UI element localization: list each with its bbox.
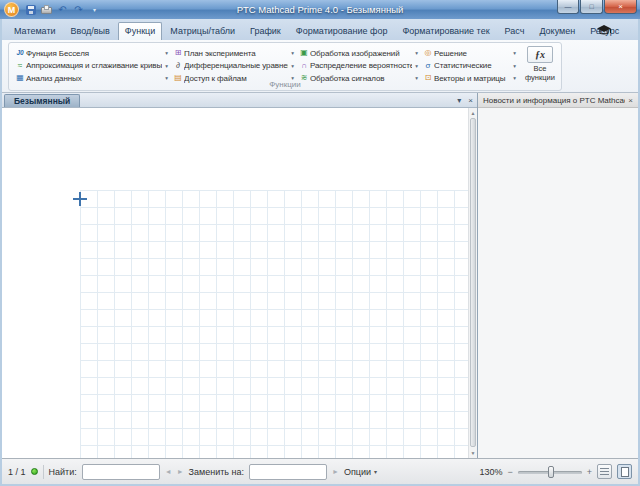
undo-button[interactable]: ↶ bbox=[56, 3, 69, 16]
find-label: Найти: bbox=[49, 467, 77, 477]
draft-view-button[interactable] bbox=[597, 464, 612, 479]
tab-functions[interactable]: Функци bbox=[118, 22, 162, 40]
minimize-button[interactable]: — bbox=[557, 0, 579, 14]
scrollbar-thumb[interactable] bbox=[470, 118, 476, 447]
mathcad-logo-icon[interactable]: M bbox=[4, 2, 19, 17]
chevron-down-icon: ▾ bbox=[165, 50, 168, 56]
ribbon-item-label: Статистические bbox=[434, 61, 510, 70]
chevron-down-icon: ▾ bbox=[291, 50, 294, 56]
curve-fitting-dropdown[interactable]: ≈ Аппроксимация и сглаживание кривых ▾ bbox=[14, 60, 168, 73]
zoom-out-button[interactable]: − bbox=[507, 467, 512, 477]
worksheet-canvas[interactable]: ▲ ▼ bbox=[2, 108, 477, 458]
ribbon-tab-row: Математи Ввод/выв Функци Матрицы/табли Г… bbox=[2, 19, 638, 40]
cursor-crosshair bbox=[73, 192, 87, 206]
scroll-up-icon[interactable]: ▲ bbox=[469, 108, 477, 118]
page-indicator: 1 / 1 bbox=[8, 467, 26, 477]
curve-fitting-icon: ≈ bbox=[14, 62, 26, 70]
save-icon bbox=[26, 5, 36, 15]
fx-icon: ƒx bbox=[527, 46, 553, 63]
chevron-down-icon: ▾ bbox=[513, 50, 516, 56]
probability-distribution-icon: ∩ bbox=[298, 62, 310, 70]
ribbon-column-1: J0 Функция Бесселя ▾ ≈ Аппроксимация и с… bbox=[14, 47, 168, 85]
ribbon-body: J0 Функция Бесселя ▾ ≈ Аппроксимация и с… bbox=[2, 40, 638, 93]
ribbon-column-2: ⊞ План эксперимента ▾ ∂ Дифференциальные… bbox=[172, 47, 294, 85]
replace-label: Заменить на: bbox=[189, 467, 244, 477]
close-button[interactable]: × bbox=[604, 0, 637, 14]
calculation-status-icon bbox=[31, 468, 38, 475]
find-next-icon[interactable]: ► bbox=[177, 468, 184, 475]
options-dropdown[interactable]: Опции ▾ bbox=[344, 467, 377, 477]
vertical-scrollbar[interactable]: ▲ ▼ bbox=[468, 108, 477, 458]
news-panel: Новости и информация о PTC Mathcad × bbox=[477, 93, 638, 458]
tab-document[interactable]: Докумен bbox=[532, 22, 582, 40]
image-processing-icon: ▣ bbox=[298, 49, 310, 57]
chevron-down-icon: ▾ bbox=[291, 63, 294, 69]
redo-button[interactable]: ↷ bbox=[72, 3, 85, 16]
design-of-experiments-icon: ⊞ bbox=[172, 49, 184, 57]
all-functions-button[interactable]: ƒx Все функции bbox=[519, 46, 561, 82]
tab-math-formatting[interactable]: Форматирование фор bbox=[289, 22, 395, 40]
zoom-slider-thumb[interactable] bbox=[548, 466, 554, 478]
news-panel-title: Новости и информация о PTC Mathcad bbox=[483, 96, 625, 105]
tab-matrices-tables[interactable]: Матрицы/табли bbox=[163, 22, 242, 40]
chevron-down-icon: ▾ bbox=[415, 50, 418, 56]
differential-equations-icon: ∂ bbox=[172, 62, 184, 70]
probability-distribution-dropdown[interactable]: ∩ Распределение вероятностей ▾ bbox=[298, 60, 418, 73]
ribbon-item-label: Аппроксимация и сглаживание кривых bbox=[26, 61, 162, 70]
app-window: M ↶ ↷ ▾ PTC Mathcad Prime 4.0 - Безымянн… bbox=[0, 0, 640, 486]
find-previous-icon[interactable]: ◄ bbox=[165, 468, 172, 475]
page-view-button[interactable] bbox=[617, 464, 632, 479]
options-label: Опции bbox=[344, 467, 371, 477]
solving-icon: ◎ bbox=[422, 49, 434, 57]
tab-calculation[interactable]: Расч bbox=[498, 22, 532, 40]
replace-next-icon[interactable]: ► bbox=[332, 468, 339, 475]
statistics-dropdown[interactable]: σ Статистические ▾ bbox=[422, 60, 516, 73]
document-tab-untitled[interactable]: Безымянный bbox=[4, 94, 80, 107]
design-of-experiments-dropdown[interactable]: ⊞ План эксперимента ▾ bbox=[172, 47, 294, 60]
page-view-icon bbox=[621, 467, 629, 477]
zoom-in-button[interactable]: + bbox=[587, 467, 592, 477]
chevron-down-icon: ▾ bbox=[415, 63, 418, 69]
print-icon bbox=[41, 7, 52, 14]
news-panel-body bbox=[478, 108, 638, 458]
maximize-button[interactable]: □ bbox=[580, 0, 603, 14]
quick-access-toolbar: ↶ ↷ ▾ bbox=[24, 3, 101, 16]
save-button[interactable] bbox=[24, 3, 37, 16]
tab-plots[interactable]: График bbox=[243, 22, 288, 40]
solving-dropdown[interactable]: ◎ Решение ▾ bbox=[422, 47, 516, 60]
functions-group-label: Функции bbox=[9, 80, 561, 89]
image-processing-dropdown[interactable]: ▣ Обработка изображений ▾ bbox=[298, 47, 418, 60]
titlebar: M ↶ ↷ ▾ PTC Mathcad Prime 4.0 - Безымянн… bbox=[0, 0, 640, 19]
ribbon-item-label: Решение bbox=[434, 49, 510, 58]
bessel-function-icon: J0 bbox=[14, 50, 26, 57]
statistics-icon: σ bbox=[422, 62, 434, 70]
chevron-down-icon: ▾ bbox=[374, 468, 377, 475]
zoom-slider[interactable] bbox=[518, 466, 582, 478]
worksheet-grid[interactable] bbox=[80, 190, 468, 458]
draft-view-icon bbox=[600, 468, 609, 476]
tab-text-formatting[interactable]: Форматирование тек bbox=[395, 22, 496, 40]
window-controls: — □ × bbox=[556, 0, 637, 14]
functions-group: J0 Функция Бесселя ▾ ≈ Аппроксимация и с… bbox=[8, 42, 562, 91]
zoom-level: 130% bbox=[479, 467, 502, 477]
graduation-cap-icon[interactable] bbox=[596, 24, 612, 36]
status-bar: 1 / 1 Найти: ◄ ► Заменить на: ► Опции ▾ … bbox=[2, 458, 638, 484]
tab-input-output[interactable]: Ввод/выв bbox=[64, 22, 117, 40]
differential-equations-dropdown[interactable]: ∂ Дифференциальные уравнения ▾ bbox=[172, 60, 294, 73]
replace-input[interactable] bbox=[249, 464, 327, 480]
news-panel-close-icon[interactable]: × bbox=[628, 96, 633, 105]
bessel-function-dropdown[interactable]: J0 Функция Бесселя ▾ bbox=[14, 47, 168, 60]
ribbon-column-3: ▣ Обработка изображений ▾ ∩ Распределени… bbox=[298, 47, 418, 85]
chevron-down-icon: ▾ bbox=[165, 63, 168, 69]
scroll-down-icon[interactable]: ▼ bbox=[469, 448, 477, 458]
ribbon-item-label: Дифференциальные уравнения bbox=[184, 61, 288, 70]
print-button[interactable] bbox=[40, 3, 53, 16]
document-tab-bar: Безымянный ▾ × bbox=[2, 93, 477, 108]
separator bbox=[43, 465, 44, 479]
ribbon-column-4: ◎ Решение ▾ σ Статистические ▾ ⊡ Векторы… bbox=[422, 47, 516, 85]
find-input[interactable] bbox=[82, 464, 160, 480]
tab-math[interactable]: Математи bbox=[7, 22, 63, 40]
document-list-icon[interactable]: ▾ bbox=[457, 96, 461, 105]
qat-dropdown-icon[interactable]: ▾ bbox=[88, 3, 101, 16]
document-close-icon[interactable]: × bbox=[468, 96, 473, 105]
